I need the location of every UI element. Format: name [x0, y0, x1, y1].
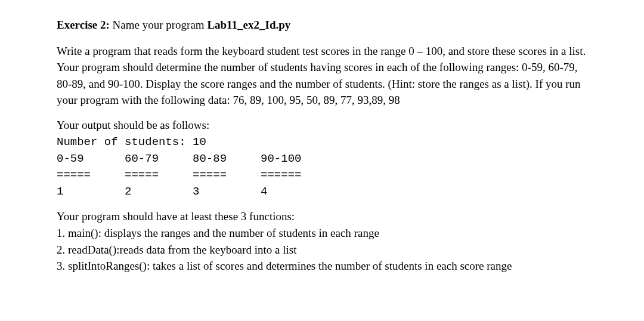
- function-item: 2. readData():reads data from the keyboa…: [57, 242, 590, 258]
- functions-list: 1. main(): displays the ranges and the n…: [57, 225, 590, 274]
- function-item: 1. main(): displays the ranges and the n…: [57, 225, 590, 242]
- heading-mid: Name your program: [110, 18, 208, 31]
- exercise-heading: Exercise 2: Name your program Lab11_ex2_…: [57, 17, 590, 33]
- exercise-label: Exercise 2:: [57, 18, 110, 31]
- sample-output: Number of students: 10 0-59 60-79 80-89 …: [57, 134, 590, 200]
- program-filename: Lab11_ex2_Id.py: [207, 18, 290, 31]
- functions-intro: Your program should have at least these …: [57, 208, 590, 225]
- function-item: 3. splitIntoRanges(): takes a list of sc…: [57, 258, 590, 274]
- output-intro: Your output should be as follows:: [57, 117, 590, 134]
- problem-description: Write a program that reads form the keyb…: [57, 43, 590, 109]
